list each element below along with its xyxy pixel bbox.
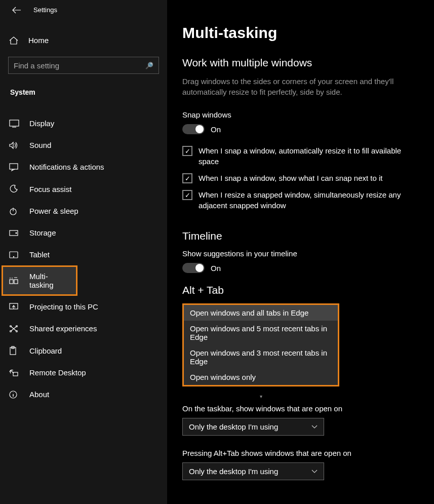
timeline-suggestions-toggle[interactable] — [182, 263, 205, 273]
sidebar-item-multitasking[interactable]: Multi-tasking — [2, 265, 77, 296]
search-icon: 🔍 — [145, 62, 153, 69]
timeline-suggestions-state: On — [211, 264, 221, 273]
multitasking-icon — [9, 277, 20, 284]
section-title-alttab: Alt + Tab — [182, 284, 420, 296]
dropdown-option[interactable]: Open windows and 5 most recent tabs in E… — [184, 321, 338, 345]
search-box[interactable]: 🔍 — [8, 57, 159, 74]
obscured-content: ▾ — [182, 394, 339, 399]
alttab-windows-label: Pressing Alt+Tab shows windows that are … — [182, 449, 420, 457]
section-description: Drag windows to the sides or corners of … — [182, 76, 395, 97]
home-nav[interactable]: Home — [0, 31, 167, 50]
sidebar-item-label: Shared experiences — [29, 324, 97, 333]
power-icon — [9, 207, 20, 215]
chevron-down-icon — [311, 470, 318, 474]
sidebar-item-label: Clipboard — [29, 346, 62, 355]
snap-windows-label: Snap windows — [182, 110, 420, 119]
sidebar-item-label: Display — [29, 119, 54, 128]
checkbox-label: When I snap a window, automatically resi… — [199, 145, 415, 167]
dropdown-option[interactable]: Open windows and 3 most recent tabs in E… — [184, 345, 338, 369]
sidebar-item-notifications[interactable]: Notifications & actions — [0, 156, 167, 178]
notifications-icon — [9, 163, 20, 171]
sidebar-item-label: Tablet — [29, 250, 50, 259]
svg-rect-7 — [10, 280, 13, 284]
sidebar-item-label: Storage — [29, 228, 56, 237]
display-icon — [9, 120, 20, 128]
sound-icon — [9, 141, 20, 149]
search-input[interactable] — [14, 61, 145, 70]
about-icon — [9, 391, 20, 399]
sidebar-item-sound[interactable]: Sound — [0, 134, 167, 156]
snap-windows-toggle[interactable] — [182, 124, 205, 134]
sidebar-item-label: Notifications & actions — [29, 163, 104, 171]
clipboard-icon — [9, 346, 20, 355]
checkbox-resize-fill[interactable]: ✓ — [182, 146, 192, 156]
sidebar-item-display[interactable]: Display — [0, 112, 167, 134]
taskbar-windows-dropdown[interactable]: Only the desktop I'm using — [182, 418, 324, 436]
sidebar-item-focus-assist[interactable]: Focus assist — [0, 178, 167, 200]
sidebar-item-label: Multi-tasking — [29, 272, 68, 289]
dropdown-option[interactable]: Open windows only — [184, 369, 338, 385]
sidebar-item-remote-desktop[interactable]: Remote Desktop — [0, 362, 167, 383]
focus-assist-icon — [9, 184, 20, 193]
tablet-icon — [9, 251, 20, 258]
svg-point-4 — [16, 232, 17, 234]
checkbox-label: When I resize a snapped window, simultan… — [199, 189, 415, 211]
app-title: Settings — [33, 6, 57, 14]
checkbox-label: When I snap a window, show what I can sn… — [199, 173, 383, 183]
page-title: Multi-tasking — [182, 24, 420, 42]
shared-icon — [9, 325, 20, 333]
sidebar-item-label: Remote Desktop — [29, 368, 86, 377]
sidebar-item-projecting[interactable]: Projecting to this PC — [0, 296, 167, 318]
category-label: System — [0, 74, 167, 102]
svg-rect-1 — [10, 164, 18, 169]
alttab-dropdown[interactable]: Open windows and all tabs in Edge Open w… — [182, 303, 339, 386]
sidebar-item-shared-experiences[interactable]: Shared experiences — [0, 318, 167, 339]
dropdown-value: Only the desktop I'm using — [189, 422, 278, 431]
svg-rect-16 — [13, 372, 18, 376]
home-icon — [9, 36, 20, 45]
sidebar-item-label: Projecting to this PC — [29, 302, 98, 311]
checkbox-resize-adjacent[interactable]: ✓ — [182, 190, 192, 200]
remote-desktop-icon — [9, 369, 20, 377]
chevron-down-icon — [311, 425, 318, 429]
svg-point-6 — [13, 256, 14, 257]
storage-icon — [9, 230, 20, 236]
sidebar-item-label: Power & sleep — [29, 207, 78, 215]
projecting-icon — [9, 303, 20, 311]
checkbox-show-snap-next[interactable]: ✓ — [182, 173, 192, 183]
dropdown-value: Only the desktop I'm using — [189, 467, 278, 476]
sidebar-item-clipboard[interactable]: Clipboard — [0, 339, 167, 362]
back-button[interactable] — [12, 7, 21, 14]
svg-rect-8 — [14, 280, 18, 284]
sidebar-item-storage[interactable]: Storage — [0, 222, 167, 244]
section-title-timeline: Timeline — [182, 230, 420, 242]
sidebar-item-label: About — [29, 390, 49, 399]
taskbar-windows-label: On the taskbar, show windows that are op… — [182, 404, 420, 413]
sidebar-item-about[interactable]: About — [0, 383, 167, 405]
home-label: Home — [28, 36, 49, 45]
sidebar-item-power-sleep[interactable]: Power & sleep — [0, 200, 167, 222]
alttab-windows-dropdown[interactable]: Only the desktop I'm using — [182, 462, 324, 480]
snap-windows-state: On — [211, 125, 221, 134]
sidebar-item-label: Focus assist — [29, 185, 71, 193]
dropdown-option[interactable]: Open windows and all tabs in Edge — [184, 305, 338, 321]
sidebar-item-tablet[interactable]: Tablet — [0, 244, 167, 265]
sidebar-item-label: Sound — [29, 141, 51, 149]
svg-rect-0 — [10, 120, 19, 126]
timeline-suggestions-label: Show suggestions in your timeline — [182, 249, 420, 258]
section-title-windows: Work with multiple windows — [182, 57, 420, 69]
